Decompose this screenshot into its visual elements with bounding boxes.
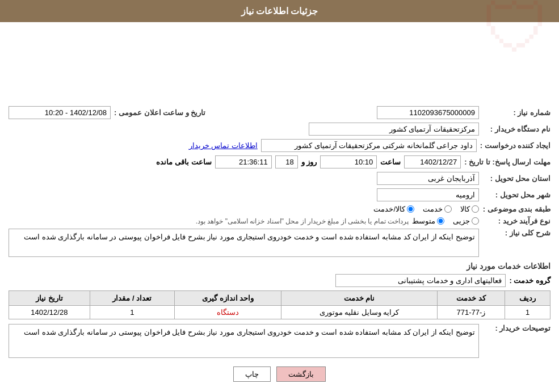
general-description-text: توضیح اینکه از ایران کد مشابه استفاده شد…: [9, 229, 479, 257]
classification-row: طبقه بندی موضوعی : کالا خدمت کالا/خدمت: [9, 205, 550, 213]
print-button[interactable]: چاپ: [233, 366, 271, 382]
back-button[interactable]: بازگشت: [276, 366, 326, 382]
creator-value: داود جراعی گلمانخانه شرکتی مرکزتحقیقات آ…: [261, 139, 477, 152]
buyer-org-value: مرکزتحقیقات آرتمیای کشور: [309, 123, 479, 136]
service-group-label: گروه خدمت :: [509, 276, 550, 285]
delivery-province-value: آذربایجان غربی: [377, 172, 479, 185]
header-title: جزئیات اطلاعات نیاز: [241, 6, 318, 16]
classification-both-radio[interactable]: [407, 205, 414, 213]
cell-unit: دستگاه: [175, 306, 281, 319]
col-header-quantity: تعداد / مقدار: [90, 291, 174, 306]
process-jozyi-label: جزیی: [453, 217, 470, 225]
content-area: 🛡 شماره نیاز : 1102093675000009 تاریخ و …: [0, 22, 559, 392]
service-group-row: گروه خدمت : فعالیتهای اداری و خدمات پشتی…: [9, 274, 550, 287]
services-table: ردیف کد خدمت نام خدمت واحد اندازه گیری ت…: [9, 290, 550, 319]
services-section-title: اطلاعات خدمات مورد نیاز: [9, 262, 550, 271]
process-jozyi: جزیی: [453, 217, 479, 225]
creator-link[interactable]: اطلاعات تماس خریدار: [189, 141, 258, 150]
delivery-city-label: شهر محل تحویل :: [482, 191, 550, 199]
response-days: 18: [275, 155, 298, 168]
buyer-org-label: نام دستگاه خریدار :: [482, 125, 550, 133]
delivery-city-row: شهر محل تحویل : ارومیه: [9, 188, 550, 201]
cell-service-code: ز-77-771: [437, 306, 505, 319]
creator-label: ایجاد کننده درخواست :: [480, 141, 550, 150]
buyer-org-row: نام دستگاه خریدار : مرکزتحقیقات آرتمیای …: [9, 123, 550, 136]
announcement-datetime-value: 1402/12/08 - 10:20: [9, 106, 111, 119]
bottom-buttons: بازگشت چاپ: [9, 366, 550, 390]
classification-kala: کالا: [460, 205, 479, 213]
classification-kala-label: کالا: [460, 205, 470, 213]
process-type-label: نوع فرآیند خرید :: [482, 217, 550, 225]
classification-kala-radio[interactable]: [472, 205, 479, 213]
cell-rownum: 1: [505, 306, 550, 319]
general-description-section: شرح کلی نیاز : توضیح اینکه از ایران کد م…: [9, 229, 550, 257]
cell-quantity: 1: [90, 306, 174, 319]
remaining-label: ساعت باقی مانده: [156, 158, 211, 166]
classification-khedmat-radio[interactable]: [444, 205, 452, 213]
response-date: 1402/12/27: [404, 155, 461, 168]
announcement-datetime-label: تاریخ و ساعت اعلان عمومی :: [114, 108, 205, 117]
table-row: 1 ز-77-771 کرایه وسایل نقلیه موتوری دستگ…: [9, 306, 550, 319]
col-header-service-code: کد خدمت: [437, 291, 505, 306]
need-number-value: 1102093675000009: [377, 106, 479, 119]
service-group-value: فعالیتهای اداری و خدمات پشتیبانی: [335, 274, 506, 287]
page-header: جزئیات اطلاعات نیاز: [0, 0, 559, 22]
classification-khedmat: خدمت: [423, 205, 452, 213]
delivery-province-row: استان محل تحویل : آذربایجان غربی: [9, 172, 550, 185]
response-deadline-row: مهلت ارسال پاسخ: تا تاریخ : 1402/12/27 س…: [9, 155, 550, 168]
delivery-city-value: ارومیه: [377, 188, 479, 201]
need-number-row: شماره نیاز : 1102093675000009 تاریخ و سا…: [9, 106, 550, 119]
process-motavasset-label: متوسط: [412, 217, 435, 225]
process-motavasset: متوسط: [412, 217, 444, 225]
cell-service-name: کرایه وسایل نقلیه موتوری: [281, 306, 437, 319]
classification-kala-khedmat: کالا/خدمت: [373, 205, 414, 213]
col-header-service-name: نام خدمت: [281, 291, 437, 306]
buyer-notes-label: توصیحات خریدار :: [482, 324, 550, 332]
classification-khedmat-label: خدمت: [423, 205, 443, 213]
col-header-rownum: ردیف: [505, 291, 550, 306]
creator-row: ایجاد کننده درخواست : داود جراعی گلمانخا…: [9, 139, 550, 152]
response-time: 10:10: [320, 155, 377, 168]
process-type-row: نوع فرآیند خرید : جزیی متوسط پرداخت تمام…: [9, 217, 550, 225]
main-wrapper: 🛡 شماره نیاز : 1102093675000009 تاریخ و …: [9, 28, 550, 358]
classification-both-label: کالا/خدمت: [373, 205, 405, 213]
process-options: جزیی متوسط: [412, 217, 479, 225]
classification-options: کالا خدمت کالا/خدمت: [373, 205, 479, 213]
response-deadline-label: مهلت ارسال پاسخ: تا تاریخ :: [464, 158, 550, 166]
remaining-time: 21:36:11: [215, 155, 272, 168]
process-note: پرداخت تمام یا بخشی از مبلغ خریدار از مح…: [196, 217, 409, 225]
buyer-notes-text: توضیح اینکه از ایران کد مشابه استفاده شد…: [9, 324, 479, 358]
buyer-notes-section: توصیحات خریدار : توضیح اینکه از ایران کد…: [9, 324, 550, 358]
response-day-label: روز و: [301, 158, 317, 166]
response-time-label: ساعت: [380, 158, 401, 166]
classification-label: طبقه بندی موضوعی :: [482, 205, 550, 213]
general-description-label: شرح کلی نیاز :: [482, 229, 550, 237]
col-header-unit: واحد اندازه گیری: [175, 291, 281, 306]
cell-date: 1402/12/28: [9, 306, 90, 319]
process-motavasset-radio[interactable]: [437, 217, 444, 225]
col-header-date: تاریخ نیاز: [9, 291, 90, 306]
delivery-province-label: استان محل تحویل :: [482, 174, 550, 183]
page-container: جزئیات اطلاعات نیاز 🛡 شماره نیاز : 11020…: [0, 0, 559, 392]
need-number-label: شماره نیاز :: [482, 108, 550, 117]
process-jozyi-radio[interactable]: [472, 217, 479, 225]
